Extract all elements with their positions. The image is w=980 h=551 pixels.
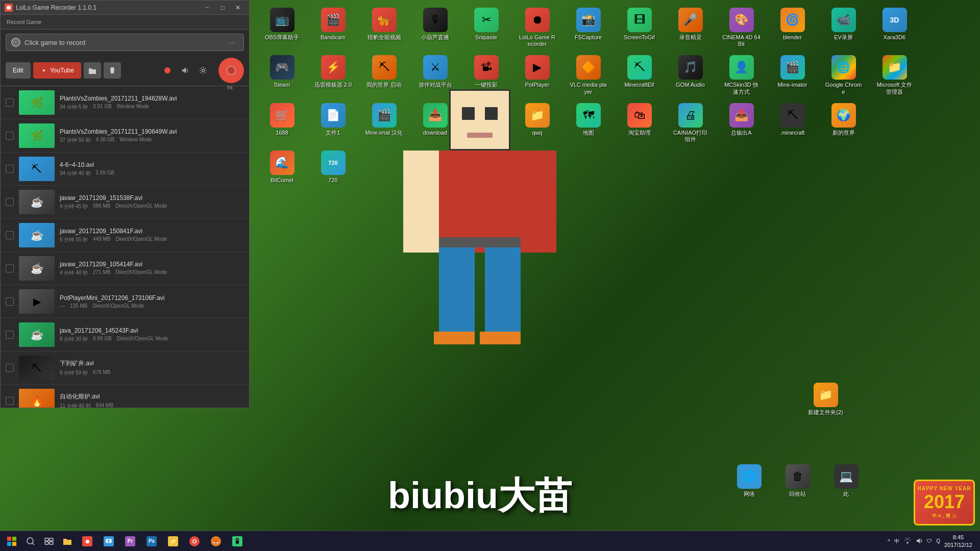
svg-point-15 xyxy=(907,542,909,543)
desktop-icon-new-world[interactable]: 🌍 新的世界 xyxy=(822,101,865,139)
task-view-button[interactable] xyxy=(40,532,58,550)
taskbar-firefox[interactable]: 🦊 xyxy=(206,532,226,550)
video-checkbox-8[interactable] xyxy=(6,364,14,372)
video-duration-7: 8 分钟 30 秒 xyxy=(60,336,88,343)
youtube-button[interactable]: YouTube xyxy=(33,62,81,79)
taskbar-adobe-premiere[interactable]: Pr xyxy=(120,532,140,550)
new-folder-icon: 📁 xyxy=(814,383,838,407)
audio-button[interactable] xyxy=(178,63,193,78)
record-button[interactable] xyxy=(218,58,244,83)
video-item-7[interactable]: ☕java_20171206_145243F.avi8 分钟 30 秒0.99 … xyxy=(1,318,249,352)
desktop-icon-leopard[interactable]: 🐆 猎豹全能视频 xyxy=(362,5,406,43)
desktop-icon-loilo[interactable]: ⏺ LoiLo Game Recorder xyxy=(516,5,559,50)
video-item-5[interactable]: ☕javaw_20171209_105414F.avi4 分钟 48 秒271 … xyxy=(1,252,249,285)
tray-volume[interactable] xyxy=(916,538,923,545)
desktop-icon-explorer[interactable]: 📁 Microsoft 文件管理器 xyxy=(873,53,916,97)
svg-line-10 xyxy=(32,543,34,545)
video-item-3[interactable]: ☕javaw_20171209_151538F.avi9 分钟 45 秒586 … xyxy=(1,186,249,219)
video-item-0[interactable]: 🌿PlantsVsZombies_20171211_194628W.avi34 … xyxy=(1,86,249,119)
desktop-icon-obs[interactable]: 📺 OBS弹幕助手 xyxy=(260,5,304,43)
desktop-icon-zongchu[interactable]: 📤 总输出A xyxy=(720,101,763,139)
maximize-button[interactable]: □ xyxy=(215,2,230,13)
desktop-icon-snipaste[interactable]: ✂ Snipaste xyxy=(464,5,508,43)
desktop-icon-xara3d[interactable]: 3D Xara3D6 xyxy=(873,5,916,43)
delete-button[interactable] xyxy=(104,62,121,79)
zongchu-label: 总输出A xyxy=(731,130,751,136)
video-thumb-8: ⛏ xyxy=(19,356,55,380)
desktop: 📺 OBS弹幕助手 🎬 Bandicam 🐆 猎豹全能视频 🎙 小葫芦直播 ✂ … xyxy=(0,0,980,551)
desktop-icon-bandicam[interactable]: 🎬 Bandicam xyxy=(311,5,355,43)
taskbar-loilo-app[interactable]: ⏺ xyxy=(77,532,97,550)
video-checkbox-2[interactable] xyxy=(6,165,14,173)
video-item-1[interactable]: 🌿PlantsVsZombies_20171211_190649W.avi37 … xyxy=(1,119,249,153)
dotminecraft-label: .minecraft xyxy=(780,130,804,136)
more-options-button[interactable]: ··· xyxy=(226,37,238,47)
video-item-8[interactable]: ⛏下到矿井.avi9 分钟 59 秒676 MB xyxy=(1,352,249,385)
taskbar-app2[interactable]: 📧 xyxy=(99,532,119,550)
video-item-9[interactable]: 🔥自动化熔炉.avi11 分钟 40 秒844 MB xyxy=(1,385,249,408)
tray-network[interactable] xyxy=(903,538,912,545)
desktop-icon-dotminecraft[interactable]: ⛏ .minecraft xyxy=(771,101,814,139)
desktop-icon-recycle[interactable]: 🗑 回收站 xyxy=(776,462,819,500)
settings-button[interactable] xyxy=(195,63,211,78)
close-button[interactable]: ✕ xyxy=(231,2,245,13)
tray-antivirus[interactable]: 🛡 xyxy=(927,538,932,544)
taskbar-adobe-photoshop[interactable]: Ps xyxy=(141,532,162,550)
desktop-icon-hulubroadcast[interactable]: 🎙 小葫芦直播 xyxy=(413,5,457,43)
video-checkbox-6[interactable] xyxy=(6,297,14,306)
desktop-icon-chrome[interactable]: 🌐 Google Chrome xyxy=(822,53,865,97)
video-checkbox-1[interactable] xyxy=(6,132,14,140)
desktop-icon-this-pc[interactable]: 💻 此 xyxy=(824,462,868,500)
target-icon xyxy=(11,38,20,47)
folder-button[interactable] xyxy=(84,62,101,79)
video-duration-0: 34 分钟 5 秒 xyxy=(60,104,88,111)
start-button[interactable] xyxy=(3,532,21,550)
desktop-icon-ev[interactable]: 📹 EV录屏 xyxy=(822,5,865,43)
video-size-7: 0.99 GB xyxy=(93,336,112,343)
video-mode-1: Window Mode xyxy=(119,137,152,144)
desktop-icon-screentogif[interactable]: 🎞 ScreenToGif xyxy=(618,5,661,43)
desktop-icon-fscapture[interactable]: 📸 FSCapture xyxy=(567,5,610,43)
video-item-6[interactable]: ▶PotPlayerMini_20171206_173106F.avi---13… xyxy=(1,285,249,318)
video-checkbox-3[interactable] xyxy=(6,198,14,206)
desktop-icon-blender[interactable]: 🌀 blender xyxy=(771,5,814,43)
record-indicator-button[interactable] xyxy=(160,63,175,78)
video-checkbox-4[interactable] xyxy=(6,231,14,239)
click-to-record-bar[interactable]: Click game to record ··· xyxy=(6,34,244,51)
system-clock[interactable]: 8:45 2017/12/12 xyxy=(944,534,972,548)
video-checkbox-7[interactable] xyxy=(6,331,14,339)
desktop-icon-new-folder[interactable]: 📁 新建文件夹(2) xyxy=(804,380,847,418)
desktop-icon-cinema4d[interactable]: 🎨 CINEMA 4D 64 Bit xyxy=(720,5,763,50)
explorer-taskbar-button[interactable] xyxy=(59,532,76,550)
desktop-icon-mineimator[interactable]: 🎬 Mine-imator xyxy=(771,53,814,91)
snipaste-label: Snipaste xyxy=(475,34,497,41)
video-name-5: javaw_20171209_105414F.avi xyxy=(60,261,244,268)
desktop-icon-row-1: 📺 OBS弹幕助手 🎬 Bandicam 🐆 猎豹全能视频 🎙 小葫芦直播 ✂ … xyxy=(260,5,975,50)
taskbar-folder[interactable]: 📁 xyxy=(163,532,183,550)
search-taskbar-button[interactable] xyxy=(22,532,39,550)
desktop-icon-mcskin3d[interactable]: 👤 MCSkin3D 快速方式 xyxy=(720,53,763,97)
window-title: LoiLo Game Recorder 1.1.0.1 xyxy=(16,4,200,11)
video-list[interactable]: 🌿PlantsVsZombies_20171211_194628W.avi34 … xyxy=(1,86,249,408)
video-checkbox-0[interactable] xyxy=(6,98,14,107)
video-item-2[interactable]: ⛏4-6~4-10.avi34 分钟 40 秒2.69 GB xyxy=(1,153,249,186)
edit-button[interactable]: Edit xyxy=(6,62,31,79)
video-item-4[interactable]: ☕javaw_20171209_150841F.avi6 分钟 55 秒449 … xyxy=(1,219,249,252)
tray-expand[interactable]: ^ xyxy=(888,538,890,544)
video-checkbox-5[interactable] xyxy=(6,264,14,272)
tray-input-method[interactable]: 中 xyxy=(894,538,899,545)
taskbar: ⏺ 📧 Pr Ps 📁 O 🦊 📱 ^ 中 xyxy=(0,531,980,551)
ev-icon: 📹 xyxy=(831,8,856,32)
taskbar-app-unknown[interactable]: 📱 xyxy=(227,532,248,550)
taskbar-opera[interactable]: O xyxy=(184,532,205,550)
svg-point-0 xyxy=(7,6,11,10)
desktop-icon-audio-recorder[interactable]: 🎤 录音精灵 xyxy=(669,5,712,43)
video-name-4: javaw_20171209_150841F.avi xyxy=(60,228,244,235)
minimize-button[interactable]: － xyxy=(200,2,214,13)
taskbar-loilo-icon: ⏺ xyxy=(82,536,92,546)
desktop-icon-network[interactable]: 🌐 网络 xyxy=(727,462,771,500)
chrome-icon: 🌐 xyxy=(831,55,856,80)
this-pc-icon: 💻 xyxy=(834,464,859,489)
tray-qq[interactable]: Q xyxy=(936,538,940,544)
video-checkbox-9[interactable] xyxy=(6,397,14,405)
